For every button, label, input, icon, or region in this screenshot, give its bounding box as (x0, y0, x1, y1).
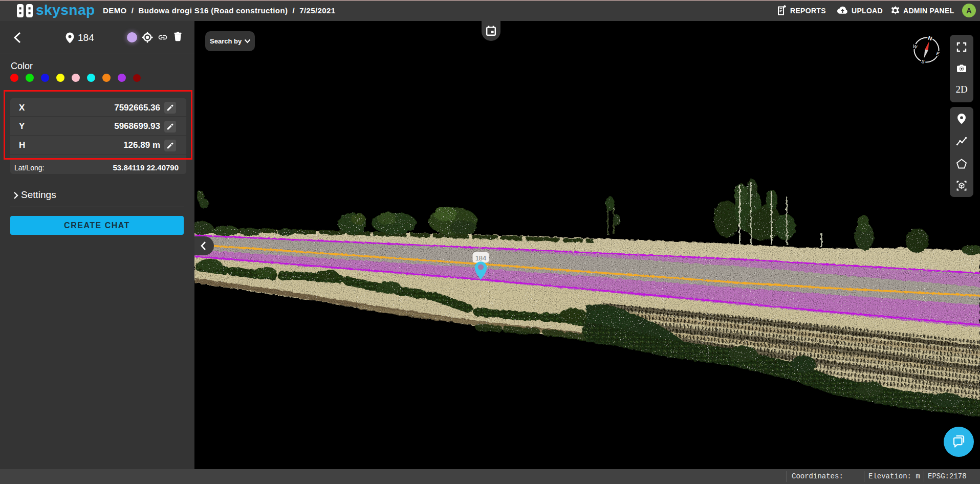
svg-text:W: W (912, 43, 918, 50)
svg-text:E: E (935, 51, 940, 56)
svg-text:S: S (921, 59, 925, 64)
svg-text:N: N (927, 35, 933, 41)
svg-text:184: 184 (475, 254, 487, 262)
